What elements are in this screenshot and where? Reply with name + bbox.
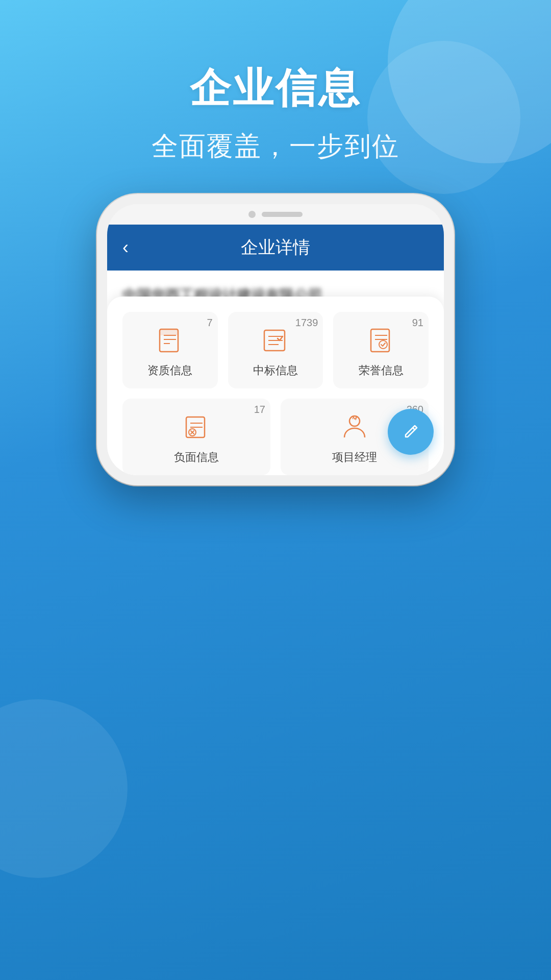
- project-manager-icon: [338, 411, 371, 444]
- info-grid-row1: 7 资质信息: [122, 312, 429, 388]
- back-button[interactable]: ‹: [122, 237, 129, 258]
- header-section: 企业信息 全面覆盖，一步到位: [0, 0, 551, 164]
- phone-camera: [248, 211, 256, 218]
- svg-point-30: [379, 340, 387, 349]
- qualification-icon: [154, 324, 186, 357]
- info-grid-row2: 17 负面信息: [122, 399, 429, 475]
- honor-icon: [365, 324, 397, 357]
- app-header-title: 企业详情: [241, 236, 310, 259]
- info-card-negative[interactable]: 17 负面信息: [122, 399, 270, 475]
- phone-mockup: ‹ 企业详情 中国华西工程设计建设有限公司 法定代表人： 陈某 统一社会：（无效…: [97, 194, 454, 485]
- info-card-honor[interactable]: 91 荣誉信息: [333, 312, 429, 388]
- info-card-winning-bid[interactable]: 1739 中标信息: [228, 312, 323, 388]
- info-card-qualification[interactable]: 7 资质信息: [122, 312, 218, 388]
- page-main-subtitle: 全面覆盖，一步到位: [0, 129, 551, 164]
- badge-qualification: 7: [207, 317, 213, 329]
- negative-icon: [180, 411, 213, 444]
- svg-line-38: [413, 428, 415, 430]
- bg-circle-3: [0, 699, 128, 878]
- svg-point-37: [349, 416, 360, 426]
- winning-bid-icon: [259, 324, 292, 357]
- page-main-title: 企业信息: [0, 61, 551, 116]
- qualification-label: 资质信息: [131, 363, 210, 378]
- svg-rect-22: [160, 329, 178, 335]
- badge-winning-bid: 1739: [295, 317, 318, 329]
- app-header: ‹ 企业详情: [107, 225, 444, 271]
- fab-edit-button[interactable]: [388, 409, 434, 455]
- bottom-panel: 7 资质信息: [107, 297, 444, 475]
- badge-honor: 91: [412, 317, 423, 329]
- honor-label: 荣誉信息: [341, 363, 420, 378]
- negative-label: 负面信息: [131, 450, 262, 465]
- phone-speaker: [262, 212, 303, 217]
- badge-negative: 17: [254, 404, 265, 415]
- winning-bid-label: 中标信息: [236, 363, 315, 378]
- svg-rect-27: [371, 329, 389, 352]
- phone-top-bar: [107, 204, 444, 225]
